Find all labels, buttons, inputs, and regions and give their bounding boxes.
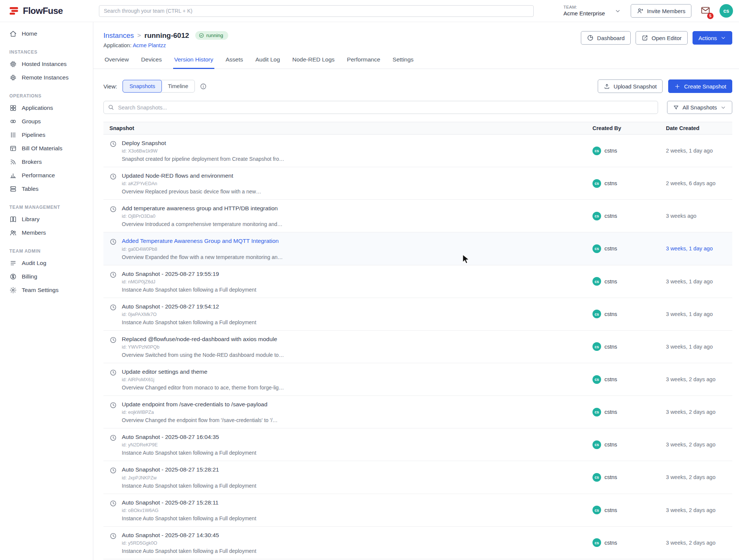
table-row[interactable]: Auto Snapshot - 2025-08-27 15:28:11 id: … bbox=[103, 494, 732, 527]
snapshot-description: Instance Auto Snapshot taken following a… bbox=[122, 483, 256, 489]
invite-members-button[interactable]: Invite Members bbox=[631, 4, 691, 18]
remote-chip-icon bbox=[9, 74, 17, 81]
snapshots-toggle[interactable]: Snapshots bbox=[123, 80, 162, 93]
upload-snapshot-button[interactable]: Upload Snapshot bbox=[598, 79, 663, 93]
snapshot-table: Snapshot Created By Date Created Deploy … bbox=[103, 122, 732, 560]
author-avatar: cs bbox=[592, 473, 601, 482]
table-row[interactable]: Deploy Snapshot id: X3o6Bw1k9W Snapshot … bbox=[103, 135, 732, 167]
sidebar-item-tables[interactable]: Tables bbox=[0, 182, 93, 196]
table-row[interactable]: Auto Snapshot - 2025-08-27 15:28:21 id: … bbox=[103, 461, 732, 494]
table-row[interactable]: Auto Snapshot - 2025-08-27 19:55:19 id: … bbox=[103, 265, 732, 298]
team-selector[interactable]: TEAM: Acme Enterprise bbox=[564, 4, 621, 17]
open-editor-button[interactable]: Open Editor bbox=[636, 31, 688, 45]
table-row[interactable]: Update endpoint from /save-credentials t… bbox=[103, 396, 732, 428]
table-row[interactable]: Auto Snapshot - 2025-08-27 19:54:12 id: … bbox=[103, 298, 732, 331]
clock-icon bbox=[109, 532, 117, 540]
sidebar-item-groups[interactable]: Groups bbox=[0, 115, 93, 128]
table-row[interactable]: Auto Snapshot - 2025-08-27 14:30:45 id: … bbox=[103, 527, 732, 559]
snapshot-description: Overview Changed editor from monaco to a… bbox=[122, 385, 284, 391]
snapshot-description: Instance Auto Snapshot taken following a… bbox=[122, 319, 256, 325]
notifications-button[interactable]: 5 bbox=[700, 5, 711, 17]
topbar: FlowFuse TEAM: Acme Enterprise Invite Me… bbox=[0, 0, 739, 22]
tab[interactable]: Settings bbox=[392, 52, 415, 69]
sidebar-item-audit-log[interactable]: Audit Log bbox=[0, 256, 93, 270]
sidebar-item-label: Tables bbox=[22, 186, 39, 192]
sidebar-item-hosted-instances[interactable]: Hosted Instances bbox=[0, 57, 93, 71]
sidebar-item-members[interactable]: Members bbox=[0, 226, 93, 240]
snapshot-cell: Auto Snapshot - 2025-08-27 14:30:45 id: … bbox=[103, 532, 592, 554]
table-row[interactable]: Added Temperature Awareness Group and MQ… bbox=[103, 232, 732, 265]
sidebar-item-pipelines[interactable]: Pipelines bbox=[0, 128, 93, 142]
sidebar-item-billing[interactable]: Billing bbox=[0, 270, 93, 283]
created-by-cell: cs cstns bbox=[592, 172, 666, 195]
tab[interactable]: Version History bbox=[173, 52, 214, 69]
snapshot-search-row: All Snapshots bbox=[103, 101, 732, 114]
date-created-cell: 3 weeks, 1 day ago bbox=[666, 303, 732, 325]
tab[interactable]: Assets bbox=[224, 52, 244, 69]
pie-chart-icon bbox=[587, 34, 594, 41]
date-created-cell: 2 weeks, 6 days ago bbox=[666, 172, 732, 195]
sidebar-item-remote-instances[interactable]: Remote Instances bbox=[0, 71, 93, 84]
snapshot-title: Auto Snapshot - 2025-08-27 16:04:35 bbox=[122, 433, 256, 441]
tab[interactable]: Devices bbox=[140, 52, 163, 69]
sidebar-item-library[interactable]: Library bbox=[0, 213, 93, 226]
snapshot-id: id: 0jwPAXMk7O bbox=[122, 312, 256, 317]
snapshot-cell: Auto Snapshot - 2025-08-27 19:55:19 id: … bbox=[103, 270, 592, 293]
sidebar-item-applications[interactable]: Applications bbox=[0, 101, 93, 115]
application-link[interactable]: Acme Plantzz bbox=[133, 42, 166, 48]
sidebar-item-label: Pipelines bbox=[22, 132, 45, 138]
actions-button[interactable]: Actions bbox=[693, 31, 732, 45]
clock-icon bbox=[109, 336, 117, 344]
currency-icon bbox=[9, 273, 17, 280]
sidebar-item-home[interactable]: Home bbox=[0, 27, 93, 40]
author-name: cstns bbox=[604, 148, 617, 154]
clock-icon bbox=[109, 434, 117, 442]
tab[interactable]: Overview bbox=[103, 52, 130, 69]
app-root: FlowFuse TEAM: Acme Enterprise Invite Me… bbox=[0, 0, 739, 560]
author-name: cstns bbox=[604, 344, 617, 350]
snapshot-description: Overview Expanded the flow with a new te… bbox=[122, 254, 283, 260]
table-row[interactable]: Add temperature awareness group and HTTP… bbox=[103, 200, 732, 232]
date-created-cell: 3 weeks ago bbox=[666, 205, 732, 227]
tab[interactable]: Node-RED Logs bbox=[291, 52, 336, 69]
table-row[interactable]: Auto Snapshot - 2025-08-27 16:04:35 id: … bbox=[103, 428, 732, 461]
upload-icon bbox=[604, 83, 610, 90]
snapshot-id: id: JxpPJNKPZw bbox=[122, 475, 256, 481]
snapshot-description: Instance Auto Snapshot taken following a… bbox=[122, 548, 256, 554]
info-icon[interactable] bbox=[200, 83, 207, 90]
sidebar-item-label: Library bbox=[22, 216, 39, 223]
global-search bbox=[99, 5, 534, 17]
author-avatar: cs bbox=[592, 179, 601, 188]
sidebar-item-bill-of-materials[interactable]: Bill Of Materials bbox=[0, 142, 93, 155]
author-name: cstns bbox=[604, 213, 617, 219]
sidebar-item-team-settings[interactable]: Team Settings bbox=[0, 283, 93, 297]
date-created-cell: 3 weeks, 2 days ago bbox=[666, 499, 732, 521]
create-snapshot-button[interactable]: Create Snapshot bbox=[668, 79, 732, 93]
table-row[interactable]: Update editor settings and theme id: AlR… bbox=[103, 363, 732, 396]
timeline-toggle[interactable]: Timeline bbox=[161, 80, 195, 93]
snapshot-search-input[interactable] bbox=[103, 101, 658, 114]
flowfuse-logo[interactable]: FlowFuse bbox=[0, 5, 93, 16]
breadcrumb-instances-link[interactable]: Instances bbox=[103, 31, 134, 40]
tab[interactable]: Audit Log bbox=[254, 52, 281, 69]
sidebar-item-brokers[interactable]: Brokers bbox=[0, 155, 93, 169]
tab-bar: Overview Devices Version History Assets … bbox=[93, 52, 739, 69]
snapshot-cell: Auto Snapshot - 2025-08-27 15:28:21 id: … bbox=[103, 466, 592, 488]
tab[interactable]: Performance bbox=[346, 52, 381, 69]
snapshot-title: Updated Node-RED flows and environment bbox=[122, 172, 261, 180]
dashboard-button[interactable]: Dashboard bbox=[581, 31, 630, 45]
global-search-input[interactable] bbox=[99, 5, 534, 17]
breadcrumb: Instances > running-6012 running bbox=[103, 31, 228, 40]
table-row[interactable]: Updated Node-RED flows and environment i… bbox=[103, 167, 732, 200]
view-toolbar: View: Snapshots Timeline Upload Snapshot… bbox=[103, 79, 732, 93]
snapshot-description: Overview Replaced previous basic device … bbox=[122, 189, 261, 195]
user-avatar[interactable]: cs bbox=[720, 4, 733, 18]
sidebar-item-performance[interactable]: Performance bbox=[0, 169, 93, 182]
table-row[interactable]: Replaced @flowfuse/node-red-dashboard wi… bbox=[103, 331, 732, 363]
snapshot-filter-dropdown[interactable]: All Snapshots bbox=[667, 101, 732, 114]
list-icon bbox=[9, 259, 17, 267]
sidebar-item-label: Members bbox=[22, 229, 46, 236]
home-icon bbox=[9, 30, 17, 37]
sidebar-item-label: Home bbox=[22, 30, 37, 37]
snapshot-title: Auto Snapshot - 2025-08-27 19:55:19 bbox=[122, 270, 256, 278]
